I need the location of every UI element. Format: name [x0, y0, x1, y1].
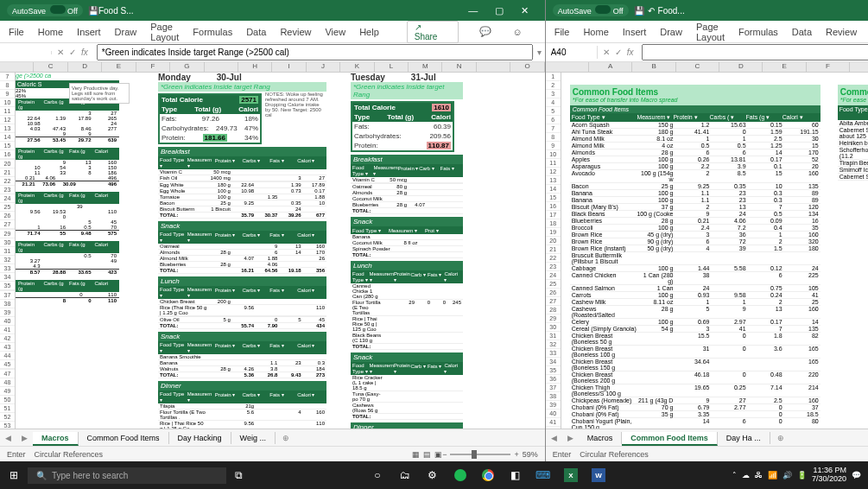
- food-row[interactable]: Brown Rice (instant)50 g (dry)4391.5180: [570, 245, 820, 252]
- food-row[interactable]: Chicken Breast (Boneless 200 g46.1800.48…: [570, 372, 820, 384]
- tab-page-layout[interactable]: Page Layout: [696, 22, 725, 42]
- fx-icon[interactable]: fx: [627, 48, 634, 57]
- food-row[interactable]: Asparagus100 g2.23.90.120: [570, 163, 820, 170]
- food-row[interactable]: Chicken Thigh (Boneless/S 100 g19.650.25…: [570, 384, 820, 397]
- sheet-tab[interactable]: Macros: [33, 432, 79, 446]
- meal-row[interactable]: Egg Whole100 g10.980.730.17: [158, 188, 326, 194]
- meal-row[interactable]: Banana Smoothie: [158, 354, 326, 360]
- name-box[interactable]: A40: [546, 46, 598, 59]
- meal-row[interactable]: Black Beans (C 130 g: [351, 333, 463, 344]
- meal-row[interactable]: Banana: [351, 234, 463, 240]
- drink-row[interactable]: Cabernet Sau 5 oz: [838, 174, 868, 181]
- meal-row[interactable]: Oatmeal80 g: [351, 184, 463, 190]
- meal-row[interactable]: Almonds28 g614170: [158, 250, 326, 256]
- food-row[interactable]: Chicken Breast (Boneless 150 g34.64165: [570, 359, 820, 372]
- help-icon[interactable]: ☺: [512, 27, 522, 37]
- system-tray[interactable]: ˄ ☁ 🖧 📶 🔊 🔋 11:36 PM7/30/2020 💬: [725, 467, 868, 484]
- meal-row[interactable]: Biscuit Butterm1 Biscuit24: [158, 206, 326, 213]
- food-row[interactable]: Carrots100 g0.939.580.2441: [570, 292, 820, 299]
- excel-icon[interactable]: X: [559, 465, 583, 486]
- clock[interactable]: 11:36 PM7/30/2020: [812, 467, 846, 484]
- save-icon[interactable]: 💾: [634, 6, 644, 16]
- meal-row[interactable]: Egg White180 g22.641.3917.89: [158, 182, 326, 188]
- food-row[interactable]: Cabbage100 g1.445.580.1224: [570, 265, 820, 272]
- view-page-icon[interactable]: ▤: [423, 450, 431, 459]
- cancel-icon[interactable]: ✕: [603, 48, 610, 57]
- tab-formulas[interactable]: Formulas: [193, 27, 232, 37]
- battery-icon[interactable]: 🔋: [797, 471, 807, 479]
- food-row[interactable]: Ahi Tuna Steak180 g41.4101.59191.15: [570, 129, 820, 136]
- tab-review[interactable]: Review: [280, 27, 311, 37]
- volume-icon[interactable]: 🔊: [782, 471, 792, 479]
- food-row[interactable]: Chickpeas (Homeade)211 g (43g D9272.5160: [570, 397, 820, 404]
- meal-row[interactable]: Canned Chicke 1 Can (280 g: [351, 283, 463, 300]
- drink-row[interactable]: Schofferhofer One Bottle (11.2: [838, 147, 868, 160]
- check-icon[interactable]: ✓: [615, 48, 622, 57]
- drink-row[interactable]: Cabernet Sau one glass about 125 ca: [838, 127, 868, 140]
- tab-insert[interactable]: Insert: [623, 27, 647, 37]
- tab-file[interactable]: File: [9, 27, 24, 37]
- meal-row[interactable]: Rice (Thai Rice 50 g | 1.25 g Coo9.56110: [158, 305, 326, 316]
- meal-row[interactable]: Cashews (Roas 56 g: [351, 403, 463, 414]
- food-row[interactable]: Brown Rice45 g (dry)3361160: [570, 232, 820, 238]
- row-headers-right[interactable]: 1234567891011121314151617181920212223242…: [546, 73, 561, 429]
- food-row[interactable]: Canned Chicken1 Can (280 g)386225: [570, 272, 820, 285]
- minimize-button[interactable]: —: [460, 5, 486, 16]
- food-row[interactable]: Biscuit (Mary B's)37 g2137120: [570, 204, 820, 211]
- network-icon[interactable]: 🖧: [755, 471, 763, 479]
- meal-row[interactable]: Rice Cracker (L 1 cake | 18.5 g: [351, 375, 463, 391]
- wifi-icon[interactable]: 📶: [768, 471, 777, 479]
- maximize-button[interactable]: ▢: [486, 5, 512, 16]
- meal-row[interactable]: Vitamin C50 mcg: [351, 177, 463, 183]
- meal-row[interactable]: Olive Oil5 g0545: [158, 317, 326, 323]
- tab-view[interactable]: View: [325, 27, 345, 37]
- food-row[interactable]: Banana100 g1.1230.389: [570, 197, 820, 204]
- zoom-slider[interactable]: [450, 454, 510, 455]
- food-row[interactable]: Chobani (0% Fat)70 g6.792.77037: [570, 404, 820, 411]
- food-row[interactable]: Blueberries28 g0.214.060.0916: [570, 218, 820, 225]
- chrome-icon[interactable]: [476, 465, 500, 486]
- tab-formulas[interactable]: Formulas: [738, 27, 778, 37]
- food-row[interactable]: Avocado100 g (154g w28.515160: [570, 170, 820, 183]
- drink-row[interactable]: Smirnoff Ice (Original: [838, 167, 868, 174]
- tab-nav-next[interactable]: ▶: [562, 434, 579, 442]
- food-row[interactable]: Celery100 g0.692.970.1714: [570, 319, 820, 326]
- view-break-icon[interactable]: ▣: [434, 450, 442, 459]
- meal-row[interactable]: Oatmeal913160: [158, 244, 326, 250]
- col-headers-right[interactable]: ABCDEFGHIJ: [546, 62, 868, 73]
- food-row[interactable]: Chobani (0% Fat)35 g3.35018.5: [570, 411, 820, 418]
- meal-row[interactable]: Rice | Thai Rice 50 g | 125 g Coo: [351, 316, 463, 333]
- grid-left[interactable]: ge (>2500 ca Caloric S 22% 45% Protein (…: [16, 73, 545, 429]
- meal-row[interactable]: Almond Milk4.071.8826: [158, 256, 326, 262]
- sheet-tab[interactable]: Macros: [579, 432, 623, 444]
- sheet-tab[interactable]: Weig ...: [231, 432, 276, 444]
- undo-icon[interactable]: ↶: [648, 6, 655, 16]
- expand-formula-icon[interactable]: ▾: [533, 48, 545, 57]
- spotify-icon[interactable]: [448, 465, 472, 486]
- autosave-toggle[interactable]: AutoSave Off: [553, 4, 629, 16]
- add-sheet-button[interactable]: ⊕: [770, 434, 791, 442]
- meal-row[interactable]: Fish Oil1400 mg327: [158, 175, 326, 181]
- food-row[interactable]: Brown Rice90 g (dry)6722320: [570, 238, 820, 245]
- zoom-out-button[interactable]: −: [442, 450, 447, 459]
- tray-expand-icon[interactable]: ˄: [732, 471, 737, 479]
- autosave-toggle[interactable]: AutoSave Off: [7, 4, 83, 16]
- meal-row[interactable]: Blueberries28 g4.07: [351, 202, 463, 208]
- view-normal-icon[interactable]: ▦: [412, 450, 420, 459]
- tab-draw[interactable]: Draw: [660, 27, 682, 37]
- zoom-in-button[interactable]: +: [514, 450, 518, 459]
- comments-icon[interactable]: 💬: [479, 26, 491, 37]
- grid-right[interactable]: Common Food Items *For ease of transfer …: [561, 73, 868, 429]
- meal-row[interactable]: Coconut Milk8 fl oz: [351, 240, 463, 246]
- food-row[interactable]: Black Beans100 g (Cooke9240.5134: [570, 211, 820, 218]
- tab-insert[interactable]: Insert: [77, 27, 101, 37]
- tab-nav-prev[interactable]: ◀: [546, 434, 562, 442]
- meal-row[interactable]: Tomatoe100 g1.351.88: [158, 194, 326, 200]
- meal-row[interactable]: Rice | Thai Rice 50 g | 1.25 g Co9.56110: [158, 421, 326, 429]
- meal-row[interactable]: Tilapia21g: [158, 403, 326, 410]
- tab-data[interactable]: Data: [246, 27, 266, 37]
- food-row[interactable]: Bruscuit Buttermilk (Pillsbur 1 Biscuit: [570, 252, 820, 265]
- meal-row[interactable]: Flour Tortilla (E Two Tortillas .5.64160: [158, 410, 326, 421]
- start-button[interactable]: ⊞: [0, 469, 28, 481]
- drink-row[interactable]: Heiniken beer One Bottle: [838, 140, 868, 147]
